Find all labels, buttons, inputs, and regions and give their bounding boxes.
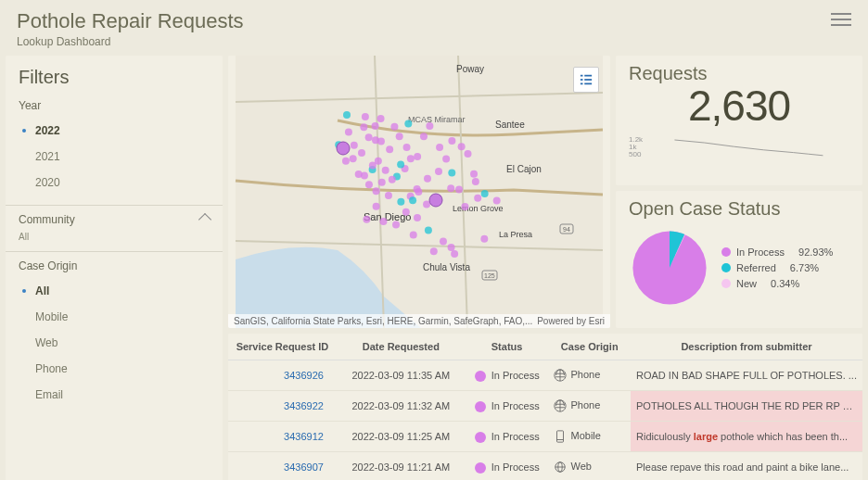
request-id-link[interactable]: 3436926 xyxy=(228,360,337,391)
status-panel: Open Case Status In Process 92.93% Refer… xyxy=(616,191,862,328)
filter-community[interactable]: Community xyxy=(19,213,210,226)
chevron-up-icon xyxy=(198,213,211,226)
svg-point-35 xyxy=(385,192,392,199)
cell-date: 2022-03-09 11:25 AM xyxy=(337,422,466,452)
svg-point-77 xyxy=(493,197,501,205)
svg-point-59 xyxy=(458,143,466,150)
svg-point-49 xyxy=(455,185,463,193)
svg-point-83 xyxy=(397,161,404,169)
table-row[interactable]: 34369122022-03-09 11:25 AMIn ProcessMobi… xyxy=(228,422,862,452)
cell-status: In Process xyxy=(466,422,549,452)
sparkline xyxy=(648,136,849,158)
svg-point-63 xyxy=(342,158,350,165)
svg-point-30 xyxy=(414,153,421,160)
svg-point-81 xyxy=(390,123,398,131)
col-origin[interactable]: Case Origin xyxy=(548,334,631,360)
svg-point-45 xyxy=(447,184,454,192)
svg-text:Lemon Grove: Lemon Grove xyxy=(453,204,504,213)
cell-desc: Please repave this road and paint a bike… xyxy=(631,452,862,480)
svg-point-82 xyxy=(403,144,411,151)
svg-point-36 xyxy=(373,203,380,210)
svg-point-56 xyxy=(396,133,403,140)
origin-option-web[interactable]: Web xyxy=(19,330,210,356)
cell-origin: Web xyxy=(548,452,631,480)
svg-rect-88 xyxy=(581,75,583,77)
svg-point-18 xyxy=(386,145,393,153)
svg-point-55 xyxy=(404,120,412,127)
svg-point-26 xyxy=(382,167,389,174)
svg-point-15 xyxy=(365,133,373,141)
legend-button[interactable] xyxy=(573,67,599,93)
svg-point-24 xyxy=(358,149,365,157)
list-icon xyxy=(580,73,593,86)
svg-text:El Cajon: El Cajon xyxy=(506,164,542,174)
svg-point-51 xyxy=(474,195,481,202)
svg-point-64 xyxy=(355,171,363,178)
pie-chart xyxy=(629,227,710,309)
svg-text:Santee: Santee xyxy=(495,120,525,130)
svg-point-61 xyxy=(345,128,352,135)
svg-point-25 xyxy=(369,161,377,169)
svg-point-52 xyxy=(472,178,479,185)
cell-status: In Process xyxy=(466,452,549,480)
page-title: Pothole Repair Requests xyxy=(17,9,244,33)
table-row[interactable]: 34369072022-03-09 11:21 AMIn ProcessWebP… xyxy=(228,452,862,480)
origin-option-phone[interactable]: Phone xyxy=(19,356,210,382)
svg-text:La Presa: La Presa xyxy=(499,230,532,239)
cell-date: 2022-03-09 11:35 AM xyxy=(337,360,466,391)
request-id-link[interactable]: 3436922 xyxy=(228,391,337,422)
page-subtitle: Lookup Dashboard xyxy=(17,35,244,48)
svg-point-84 xyxy=(389,176,396,183)
svg-point-85 xyxy=(372,136,379,144)
svg-point-73 xyxy=(430,247,438,255)
requests-table: Service Request ID Date Requested Status… xyxy=(228,334,862,480)
svg-point-29 xyxy=(407,155,415,162)
svg-point-87 xyxy=(429,194,442,207)
origin-option-mobile[interactable]: Mobile xyxy=(19,304,210,330)
svg-point-16 xyxy=(372,122,379,130)
menu-icon[interactable] xyxy=(831,9,851,30)
svg-point-76 xyxy=(481,190,489,197)
map[interactable]: Poway Santee MCAS Miramar El Cajon Lemon… xyxy=(228,56,610,328)
svg-rect-91 xyxy=(584,79,592,81)
svg-point-14 xyxy=(360,123,367,131)
pie-legend: In Process 92.93% Referred 6.73% New 0.3… xyxy=(721,242,833,294)
filter-year-label: Year xyxy=(19,99,210,112)
status-title: Open Case Status xyxy=(629,198,849,220)
table-row[interactable]: 34369222022-03-09 11:32 AMIn ProcessPhon… xyxy=(228,391,862,422)
svg-rect-95 xyxy=(557,431,564,442)
svg-point-71 xyxy=(440,237,447,245)
svg-point-22 xyxy=(350,155,357,162)
year-option-2020[interactable]: 2020 xyxy=(19,170,210,196)
col-desc[interactable]: Description from submitter xyxy=(631,334,862,360)
requests-count: 2,630 xyxy=(629,81,849,131)
cell-desc: Ridiculously large pothole which has bee… xyxy=(631,422,862,452)
year-option-2021[interactable]: 2021 xyxy=(19,144,210,170)
table-row[interactable]: 34369262022-03-09 11:35 AMIn ProcessPhon… xyxy=(228,360,862,391)
year-option-2022[interactable]: 2022 xyxy=(19,118,210,144)
svg-point-86 xyxy=(337,142,350,155)
filter-origin-label: Case Origin xyxy=(19,259,210,272)
request-id-link[interactable]: 3436907 xyxy=(228,452,337,480)
col-date[interactable]: Date Requested xyxy=(337,334,466,360)
svg-point-79 xyxy=(362,113,369,120)
col-id[interactable]: Service Request ID xyxy=(228,334,337,360)
svg-rect-93 xyxy=(584,83,592,85)
svg-point-54 xyxy=(426,122,433,130)
svg-point-57 xyxy=(436,144,443,151)
svg-point-70 xyxy=(410,232,417,239)
svg-point-53 xyxy=(420,133,428,140)
col-status[interactable]: Status xyxy=(466,334,549,360)
svg-text:Chula Vista: Chula Vista xyxy=(423,262,470,272)
cell-origin: Phone xyxy=(548,360,631,391)
filters-panel: Filters Year 2022 2021 2020 Community Al… xyxy=(6,56,223,480)
request-id-link[interactable]: 3436912 xyxy=(228,422,337,452)
svg-point-47 xyxy=(442,156,450,163)
svg-text:94: 94 xyxy=(563,226,570,233)
origin-option-email[interactable]: Email xyxy=(19,382,210,408)
svg-point-80 xyxy=(377,115,385,122)
svg-point-48 xyxy=(448,169,455,176)
origin-option-all[interactable]: All xyxy=(19,278,210,304)
svg-point-42 xyxy=(415,188,422,196)
svg-point-50 xyxy=(461,203,468,210)
